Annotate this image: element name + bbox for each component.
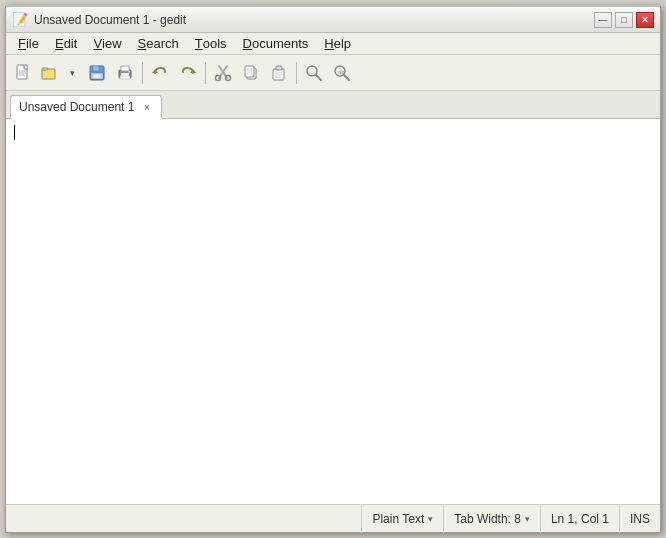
open-button[interactable] <box>38 60 60 86</box>
svg-text:ab: ab <box>338 69 345 75</box>
cut-icon <box>214 64 232 82</box>
menu-search[interactable]: Search <box>130 33 187 55</box>
toolbar: ▾ <box>6 55 660 91</box>
replace-button[interactable]: ab <box>329 60 355 86</box>
tab-label: Unsaved Document 1 <box>19 100 134 114</box>
svg-line-32 <box>316 75 321 80</box>
editor-area[interactable] <box>6 119 660 504</box>
menu-tools[interactable]: Tools <box>187 33 235 55</box>
open-dropdown-button[interactable]: ▾ <box>62 60 82 86</box>
tab-width-dropdown-arrow: ▾ <box>525 514 530 524</box>
paste-icon <box>270 64 288 82</box>
status-bar: Plain Text ▾ Tab Width: 8 ▾ Ln 1, Col 1 … <box>6 504 660 532</box>
save-button[interactable] <box>84 60 110 86</box>
tab-width-selector[interactable]: Tab Width: 8 ▾ <box>443 505 540 533</box>
svg-rect-5 <box>42 68 48 70</box>
save-icon <box>88 64 106 82</box>
separator-1 <box>142 62 143 84</box>
find-icon <box>305 64 323 82</box>
tab-close-button[interactable]: × <box>140 101 153 114</box>
cut-button[interactable] <box>210 60 236 86</box>
language-dropdown-arrow: ▾ <box>428 514 433 524</box>
print-icon <box>116 64 134 82</box>
tab-width-label: Tab Width: 8 <box>454 512 521 526</box>
replace-icon: ab <box>333 64 351 82</box>
svg-rect-7 <box>93 66 99 71</box>
menu-edit[interactable]: Edit <box>47 33 85 55</box>
menu-file[interactable]: File <box>10 33 47 55</box>
tab-bar: Unsaved Document 1 × <box>6 91 660 119</box>
new-button[interactable] <box>10 60 36 86</box>
svg-rect-9 <box>93 74 101 78</box>
svg-rect-12 <box>121 66 129 71</box>
redo-button[interactable] <box>175 60 201 86</box>
text-cursor <box>14 125 15 140</box>
menu-view[interactable]: View <box>85 33 129 55</box>
language-selector[interactable]: Plain Text ▾ <box>361 505 443 533</box>
menu-help[interactable]: Help <box>316 33 359 55</box>
window-controls: — □ ✕ <box>594 12 654 28</box>
open-icon <box>41 65 57 81</box>
title-bar: 📝 Unsaved Document 1 - gedit — □ ✕ <box>6 7 660 33</box>
document-tab[interactable]: Unsaved Document 1 × <box>10 95 162 119</box>
print-button[interactable] <box>112 60 138 86</box>
menu-bar: File Edit View Search Tools Documents He… <box>6 33 660 55</box>
minimize-button[interactable]: — <box>594 12 612 28</box>
new-icon <box>14 64 32 82</box>
close-button[interactable]: ✕ <box>636 12 654 28</box>
svg-line-34 <box>344 75 349 80</box>
svg-rect-13 <box>120 76 130 79</box>
cursor-position: Ln 1, Col 1 <box>540 505 619 533</box>
position-label: Ln 1, Col 1 <box>551 512 609 526</box>
copy-button[interactable] <box>238 60 264 86</box>
svg-rect-27 <box>276 66 282 70</box>
cursor-line <box>14 123 652 140</box>
title-bar-left: 📝 Unsaved Document 1 - gedit <box>12 12 186 28</box>
copy-icon <box>242 64 260 82</box>
main-window: 📝 Unsaved Document 1 - gedit — □ ✕ File … <box>5 5 661 533</box>
insert-mode: INS <box>619 505 660 533</box>
app-icon: 📝 <box>12 12 28 28</box>
undo-icon <box>151 64 169 82</box>
editor-content <box>14 123 652 500</box>
window-title: Unsaved Document 1 - gedit <box>34 13 186 27</box>
maximize-button[interactable]: □ <box>615 12 633 28</box>
find-button[interactable] <box>301 60 327 86</box>
menu-documents[interactable]: Documents <box>235 33 317 55</box>
svg-point-14 <box>128 71 130 73</box>
language-label: Plain Text <box>372 512 424 526</box>
paste-button[interactable] <box>266 60 292 86</box>
redo-icon <box>179 64 197 82</box>
undo-button[interactable] <box>147 60 173 86</box>
separator-3 <box>296 62 297 84</box>
separator-2 <box>205 62 206 84</box>
mode-label: INS <box>630 512 650 526</box>
